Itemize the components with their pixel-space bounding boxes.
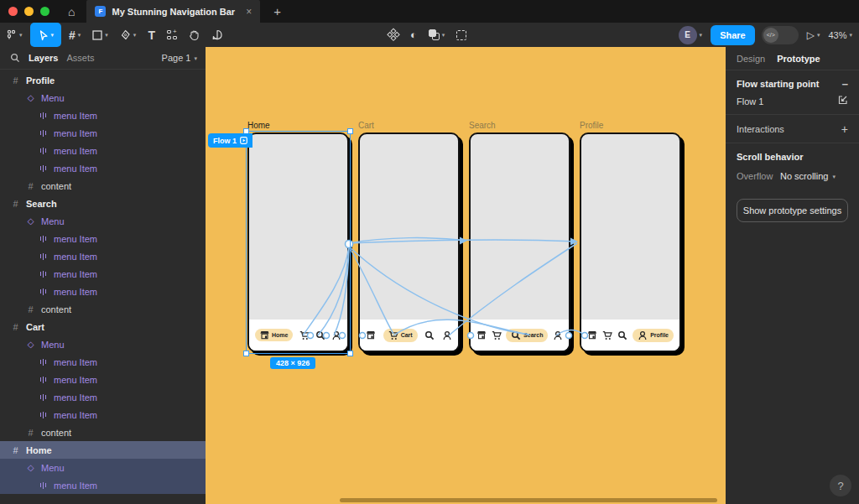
resize-handle[interactable]: [347, 128, 353, 134]
panel-tabs: Design Prototype: [726, 47, 859, 70]
avatar[interactable]: E: [679, 26, 697, 44]
nav-item-home[interactable]: [366, 330, 376, 340]
overflow-dropdown[interactable]: No scrolling ▾: [780, 171, 836, 181]
device-frame-search[interactable]: Search: [469, 132, 570, 352]
comment-tool-button[interactable]: [206, 23, 229, 47]
layer-instance-menu[interactable]: ◇ Menu: [0, 459, 206, 476]
layer-menu-item[interactable]: menu Item: [0, 371, 206, 388]
nav-item-search-active[interactable]: Search: [506, 329, 548, 342]
close-window-button[interactable]: [8, 7, 18, 16]
page-selector[interactable]: Page 1 ▾: [162, 53, 197, 63]
layer-menu-item[interactable]: menu Item: [0, 353, 206, 371]
help-button[interactable]: ?: [830, 475, 851, 496]
pen-tool-button[interactable]: ▾: [114, 23, 143, 47]
layer-content[interactable]: # content: [0, 177, 206, 195]
home-icon[interactable]: ⌂: [60, 0, 86, 23]
nav-item-profile[interactable]: [331, 330, 341, 340]
frame-tool-button[interactable]: # ▾: [63, 23, 86, 47]
device-frame-cart[interactable]: Cart: [358, 132, 460, 352]
nav-item-cart[interactable]: [602, 330, 612, 340]
layer-frame-profile[interactable]: # Profile: [0, 71, 206, 89]
layer-frame-cart[interactable]: # Cart: [0, 318, 206, 335]
account-menu[interactable]: E ▾: [677, 23, 705, 47]
layer-instance-menu[interactable]: ◇ Menu: [0, 212, 206, 230]
nav-item-search[interactable]: [617, 330, 627, 340]
nav-item-cart[interactable]: [299, 330, 310, 340]
zoom-window-button[interactable]: [40, 7, 49, 16]
nav-item-search[interactable]: [424, 330, 435, 340]
canvas[interactable]: Home Cart Search Profile Home: [206, 47, 726, 504]
new-tab-button[interactable]: +: [260, 0, 294, 23]
shape-tool-button[interactable]: ▾: [86, 23, 114, 47]
layer-menu-item[interactable]: menu Item: [0, 159, 206, 177]
flow-name[interactable]: Flow 1: [737, 96, 763, 107]
nav-item-profile[interactable]: [442, 330, 452, 340]
connection-arrow: [570, 238, 578, 246]
text-tool-button[interactable]: T: [142, 23, 161, 47]
layer-menu-item[interactable]: menu Item: [0, 388, 206, 406]
collapse-icon[interactable]: −: [841, 78, 848, 91]
flow-start-badge[interactable]: Flow 1: [208, 133, 252, 148]
file-tab[interactable]: F My Stunning Navigation Bar ×: [86, 0, 260, 23]
nav-item-home[interactable]: [476, 330, 487, 340]
minimize-window-button[interactable]: [24, 7, 34, 16]
dev-mode-toggle[interactable]: </>: [762, 26, 799, 44]
tab-assets[interactable]: Assets: [66, 53, 94, 63]
layer-content[interactable]: # content: [0, 300, 206, 318]
flow-play-icon: [240, 137, 247, 144]
tab-layers[interactable]: Layers: [29, 53, 58, 63]
show-prototype-settings-button[interactable]: Show prototype settings: [737, 199, 848, 222]
nav-item-profile-active[interactable]: Profile: [633, 329, 674, 342]
layer-instance-menu[interactable]: ◇ Menu: [0, 89, 206, 107]
actions-tool-button[interactable]: +: [161, 23, 183, 47]
resize-handle[interactable]: [347, 351, 353, 356]
tab-prototype[interactable]: Prototype: [777, 54, 820, 64]
layer-frame-home[interactable]: # Home: [0, 441, 206, 459]
frame-label-search[interactable]: Search: [469, 121, 496, 130]
horizontal-scrollbar[interactable]: [340, 498, 717, 502]
tab-close-icon[interactable]: ×: [246, 6, 252, 18]
resize-handle[interactable]: [243, 351, 249, 356]
present-button[interactable]: ▷ ▾: [805, 23, 822, 47]
layer-menu-item[interactable]: menu Item: [0, 476, 206, 494]
nav-item-home[interactable]: [587, 330, 597, 340]
frame-label-cart[interactable]: Cart: [358, 121, 374, 130]
nav-item-home-active[interactable]: Home: [255, 329, 293, 341]
frame-label-home[interactable]: Home: [247, 121, 270, 130]
search-icon[interactable]: [10, 53, 20, 63]
device-frame-home[interactable]: Home: [247, 132, 349, 352]
zoom-menu[interactable]: 43% ▾: [828, 30, 852, 40]
nav-item-search[interactable]: [315, 330, 325, 340]
layer-menu-item[interactable]: menu Item: [0, 283, 206, 300]
move-tool-button[interactable]: ▾: [30, 23, 62, 47]
layer-menu-item[interactable]: menu Item: [0, 124, 206, 142]
flow-section-title: Flow starting point: [737, 79, 819, 89]
hand-tool-button[interactable]: [183, 23, 206, 47]
frame-label-profile[interactable]: Profile: [580, 121, 603, 130]
bottom-navbar: Profile: [581, 320, 679, 351]
layer-content[interactable]: # content: [0, 423, 206, 441]
menu-item-icon: [39, 377, 48, 383]
layer-instance-menu[interactable]: ◇ Menu: [0, 335, 206, 353]
layer-menu-item[interactable]: menu Item: [0, 247, 206, 265]
layer-menu-item[interactable]: menu Item: [0, 142, 206, 159]
share-button[interactable]: Share: [711, 25, 755, 45]
use-as-mask-button[interactable]: ◐: [404, 23, 423, 47]
layer-menu-item[interactable]: menu Item: [0, 406, 206, 423]
edit-flow-icon[interactable]: [837, 95, 848, 108]
device-frame-profile[interactable]: Profile: [580, 132, 681, 352]
tab-design[interactable]: Design: [737, 54, 765, 64]
nav-item-profile[interactable]: [553, 330, 563, 340]
boolean-groups-button[interactable]: ▾: [423, 23, 451, 47]
main-menu-button[interactable]: ▾: [0, 23, 29, 47]
layer-menu-item[interactable]: menu Item: [0, 230, 206, 247]
layer-menu-item[interactable]: menu Item: [0, 107, 206, 124]
layer-frame-search[interactable]: # Search: [0, 195, 206, 212]
add-interaction-icon[interactable]: +: [841, 122, 848, 136]
edit-object-button[interactable]: [450, 23, 472, 47]
nav-item-cart[interactable]: [492, 330, 502, 340]
bottom-navbar: Home: [249, 320, 347, 351]
layer-menu-item[interactable]: menu Item: [0, 265, 206, 283]
create-component-button[interactable]: [383, 23, 404, 47]
nav-item-cart-active[interactable]: Cart: [383, 329, 418, 342]
